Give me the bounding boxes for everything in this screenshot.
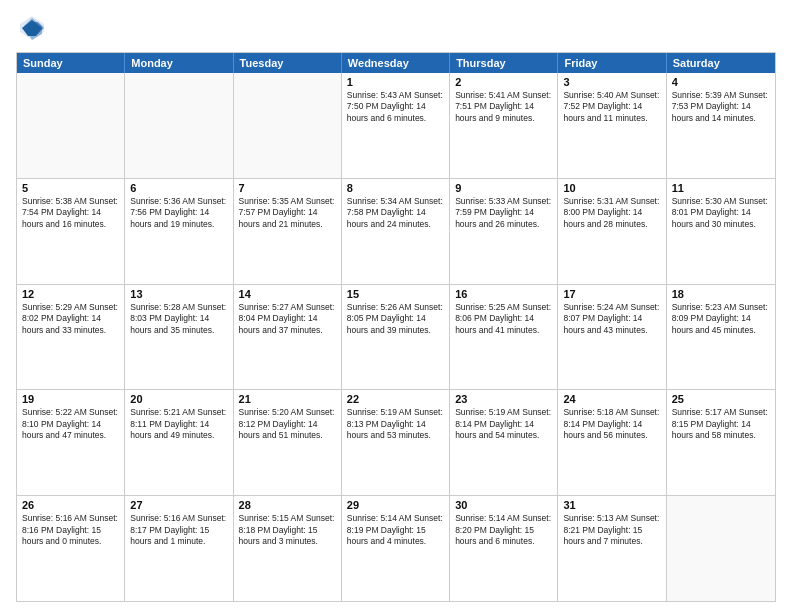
day-cell-30: 30Sunrise: 5:14 AM Sunset: 8:20 PM Dayli… bbox=[450, 496, 558, 601]
day-detail: Sunrise: 5:39 AM Sunset: 7:53 PM Dayligh… bbox=[672, 90, 770, 124]
day-detail: Sunrise: 5:41 AM Sunset: 7:51 PM Dayligh… bbox=[455, 90, 552, 124]
day-number: 30 bbox=[455, 499, 552, 511]
day-cell-25: 25Sunrise: 5:17 AM Sunset: 8:15 PM Dayli… bbox=[667, 390, 775, 495]
day-number: 11 bbox=[672, 182, 770, 194]
day-cell-31: 31Sunrise: 5:13 AM Sunset: 8:21 PM Dayli… bbox=[558, 496, 666, 601]
header bbox=[16, 12, 776, 44]
day-number: 20 bbox=[130, 393, 227, 405]
header-wednesday: Wednesday bbox=[342, 53, 450, 73]
day-detail: Sunrise: 5:16 AM Sunset: 8:16 PM Dayligh… bbox=[22, 513, 119, 547]
week-row-2: 5Sunrise: 5:38 AM Sunset: 7:54 PM Daylig… bbox=[17, 179, 775, 285]
logo bbox=[16, 12, 52, 44]
day-number: 24 bbox=[563, 393, 660, 405]
day-cell-4: 4Sunrise: 5:39 AM Sunset: 7:53 PM Daylig… bbox=[667, 73, 775, 178]
day-cell-22: 22Sunrise: 5:19 AM Sunset: 8:13 PM Dayli… bbox=[342, 390, 450, 495]
header-tuesday: Tuesday bbox=[234, 53, 342, 73]
day-number: 4 bbox=[672, 76, 770, 88]
day-cell-2: 2Sunrise: 5:41 AM Sunset: 7:51 PM Daylig… bbox=[450, 73, 558, 178]
day-number: 22 bbox=[347, 393, 444, 405]
day-cell-27: 27Sunrise: 5:16 AM Sunset: 8:17 PM Dayli… bbox=[125, 496, 233, 601]
day-cell-26: 26Sunrise: 5:16 AM Sunset: 8:16 PM Dayli… bbox=[17, 496, 125, 601]
page: SundayMondayTuesdayWednesdayThursdayFrid… bbox=[0, 0, 792, 612]
day-cell-19: 19Sunrise: 5:22 AM Sunset: 8:10 PM Dayli… bbox=[17, 390, 125, 495]
day-detail: Sunrise: 5:18 AM Sunset: 8:14 PM Dayligh… bbox=[563, 407, 660, 441]
day-cell-15: 15Sunrise: 5:26 AM Sunset: 8:05 PM Dayli… bbox=[342, 285, 450, 390]
day-cell-21: 21Sunrise: 5:20 AM Sunset: 8:12 PM Dayli… bbox=[234, 390, 342, 495]
day-number: 1 bbox=[347, 76, 444, 88]
day-detail: Sunrise: 5:30 AM Sunset: 8:01 PM Dayligh… bbox=[672, 196, 770, 230]
day-detail: Sunrise: 5:19 AM Sunset: 8:14 PM Dayligh… bbox=[455, 407, 552, 441]
day-detail: Sunrise: 5:23 AM Sunset: 8:09 PM Dayligh… bbox=[672, 302, 770, 336]
day-cell-12: 12Sunrise: 5:29 AM Sunset: 8:02 PM Dayli… bbox=[17, 285, 125, 390]
day-detail: Sunrise: 5:16 AM Sunset: 8:17 PM Dayligh… bbox=[130, 513, 227, 547]
day-cell-7: 7Sunrise: 5:35 AM Sunset: 7:57 PM Daylig… bbox=[234, 179, 342, 284]
day-cell-14: 14Sunrise: 5:27 AM Sunset: 8:04 PM Dayli… bbox=[234, 285, 342, 390]
day-cell-28: 28Sunrise: 5:15 AM Sunset: 8:18 PM Dayli… bbox=[234, 496, 342, 601]
day-number: 23 bbox=[455, 393, 552, 405]
header-monday: Monday bbox=[125, 53, 233, 73]
day-cell-18: 18Sunrise: 5:23 AM Sunset: 8:09 PM Dayli… bbox=[667, 285, 775, 390]
week-row-5: 26Sunrise: 5:16 AM Sunset: 8:16 PM Dayli… bbox=[17, 496, 775, 601]
day-number: 19 bbox=[22, 393, 119, 405]
day-detail: Sunrise: 5:24 AM Sunset: 8:07 PM Dayligh… bbox=[563, 302, 660, 336]
day-detail: Sunrise: 5:28 AM Sunset: 8:03 PM Dayligh… bbox=[130, 302, 227, 336]
day-number: 16 bbox=[455, 288, 552, 300]
day-detail: Sunrise: 5:19 AM Sunset: 8:13 PM Dayligh… bbox=[347, 407, 444, 441]
day-number: 14 bbox=[239, 288, 336, 300]
day-cell-8: 8Sunrise: 5:34 AM Sunset: 7:58 PM Daylig… bbox=[342, 179, 450, 284]
day-number: 29 bbox=[347, 499, 444, 511]
day-cell-9: 9Sunrise: 5:33 AM Sunset: 7:59 PM Daylig… bbox=[450, 179, 558, 284]
day-detail: Sunrise: 5:14 AM Sunset: 8:20 PM Dayligh… bbox=[455, 513, 552, 547]
day-detail: Sunrise: 5:34 AM Sunset: 7:58 PM Dayligh… bbox=[347, 196, 444, 230]
day-detail: Sunrise: 5:27 AM Sunset: 8:04 PM Dayligh… bbox=[239, 302, 336, 336]
day-number: 31 bbox=[563, 499, 660, 511]
day-detail: Sunrise: 5:15 AM Sunset: 8:18 PM Dayligh… bbox=[239, 513, 336, 547]
day-detail: Sunrise: 5:13 AM Sunset: 8:21 PM Dayligh… bbox=[563, 513, 660, 547]
day-number: 8 bbox=[347, 182, 444, 194]
day-cell-29: 29Sunrise: 5:14 AM Sunset: 8:19 PM Dayli… bbox=[342, 496, 450, 601]
empty-cell bbox=[667, 496, 775, 601]
day-cell-1: 1Sunrise: 5:43 AM Sunset: 7:50 PM Daylig… bbox=[342, 73, 450, 178]
day-number: 18 bbox=[672, 288, 770, 300]
day-cell-24: 24Sunrise: 5:18 AM Sunset: 8:14 PM Dayli… bbox=[558, 390, 666, 495]
day-cell-11: 11Sunrise: 5:30 AM Sunset: 8:01 PM Dayli… bbox=[667, 179, 775, 284]
day-cell-6: 6Sunrise: 5:36 AM Sunset: 7:56 PM Daylig… bbox=[125, 179, 233, 284]
day-number: 9 bbox=[455, 182, 552, 194]
header-friday: Friday bbox=[558, 53, 666, 73]
header-sunday: Sunday bbox=[17, 53, 125, 73]
day-detail: Sunrise: 5:29 AM Sunset: 8:02 PM Dayligh… bbox=[22, 302, 119, 336]
day-detail: Sunrise: 5:21 AM Sunset: 8:11 PM Dayligh… bbox=[130, 407, 227, 441]
day-number: 10 bbox=[563, 182, 660, 194]
day-number: 3 bbox=[563, 76, 660, 88]
day-number: 25 bbox=[672, 393, 770, 405]
empty-cell bbox=[234, 73, 342, 178]
day-number: 28 bbox=[239, 499, 336, 511]
day-number: 27 bbox=[130, 499, 227, 511]
day-number: 12 bbox=[22, 288, 119, 300]
day-number: 7 bbox=[239, 182, 336, 194]
day-cell-13: 13Sunrise: 5:28 AM Sunset: 8:03 PM Dayli… bbox=[125, 285, 233, 390]
day-number: 17 bbox=[563, 288, 660, 300]
day-number: 13 bbox=[130, 288, 227, 300]
week-row-3: 12Sunrise: 5:29 AM Sunset: 8:02 PM Dayli… bbox=[17, 285, 775, 391]
day-number: 2 bbox=[455, 76, 552, 88]
day-number: 26 bbox=[22, 499, 119, 511]
day-number: 5 bbox=[22, 182, 119, 194]
day-detail: Sunrise: 5:43 AM Sunset: 7:50 PM Dayligh… bbox=[347, 90, 444, 124]
day-detail: Sunrise: 5:31 AM Sunset: 8:00 PM Dayligh… bbox=[563, 196, 660, 230]
empty-cell bbox=[17, 73, 125, 178]
day-detail: Sunrise: 5:20 AM Sunset: 8:12 PM Dayligh… bbox=[239, 407, 336, 441]
logo-icon bbox=[16, 12, 48, 44]
day-number: 21 bbox=[239, 393, 336, 405]
day-detail: Sunrise: 5:22 AM Sunset: 8:10 PM Dayligh… bbox=[22, 407, 119, 441]
day-cell-10: 10Sunrise: 5:31 AM Sunset: 8:00 PM Dayli… bbox=[558, 179, 666, 284]
day-detail: Sunrise: 5:40 AM Sunset: 7:52 PM Dayligh… bbox=[563, 90, 660, 124]
calendar-header: SundayMondayTuesdayWednesdayThursdayFrid… bbox=[17, 53, 775, 73]
day-number: 15 bbox=[347, 288, 444, 300]
day-detail: Sunrise: 5:35 AM Sunset: 7:57 PM Dayligh… bbox=[239, 196, 336, 230]
day-cell-16: 16Sunrise: 5:25 AM Sunset: 8:06 PM Dayli… bbox=[450, 285, 558, 390]
header-saturday: Saturday bbox=[667, 53, 775, 73]
day-detail: Sunrise: 5:38 AM Sunset: 7:54 PM Dayligh… bbox=[22, 196, 119, 230]
day-detail: Sunrise: 5:17 AM Sunset: 8:15 PM Dayligh… bbox=[672, 407, 770, 441]
day-detail: Sunrise: 5:36 AM Sunset: 7:56 PM Dayligh… bbox=[130, 196, 227, 230]
